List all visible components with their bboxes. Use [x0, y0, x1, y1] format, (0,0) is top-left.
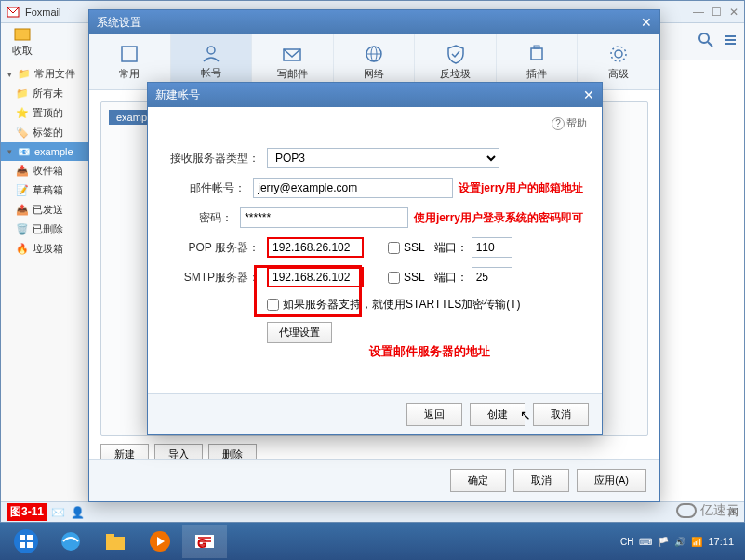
label-password: 密码： — [166, 210, 240, 226]
sidebar-common-files[interactable]: ▾📁常用文件 — [1, 64, 88, 84]
pop-server-input[interactable] — [267, 237, 364, 258]
sidebar-junk[interactable]: 🔥垃圾箱 — [1, 239, 88, 259]
taskbar-explorer[interactable] — [93, 525, 138, 558]
close-button[interactable]: ✕ — [729, 6, 738, 19]
smtp-port-input[interactable] — [472, 267, 512, 287]
newacct-title: 新建帐号 — [155, 87, 200, 103]
taskbar-ie[interactable] — [48, 525, 93, 558]
statusbar: 图3-11 ✉️ 👤 闲 — [1, 501, 744, 522]
sidebar-all[interactable]: 📁所有未 — [1, 84, 88, 103]
label-pop: POP 服务器： — [166, 240, 267, 256]
foxmail-title: Foxmail — [25, 7, 61, 18]
sidebar-sent[interactable]: 📤已发送 — [1, 200, 88, 220]
starttls-checkbox[interactable]: 如果服务器支持，就使用STARTTLS加密传输(T) — [267, 297, 521, 313]
label-server-type: 接收服务器类型： — [166, 151, 267, 167]
folder-icon: 📁 — [18, 68, 31, 81]
network-icon — [363, 43, 385, 65]
svg-point-16 — [611, 47, 626, 61]
compose-icon — [281, 43, 303, 65]
smtp-server-input[interactable] — [267, 267, 364, 287]
sidebar-account[interactable]: ▾📧example — [1, 142, 88, 161]
tray-volume-icon[interactable]: 🔊 — [674, 537, 685, 547]
status-mail-icon[interactable]: ✉️ — [51, 506, 65, 519]
settings-ok-button[interactable]: 确定 — [450, 469, 506, 492]
taskbar-foxmail[interactable]: G — [182, 525, 227, 558]
svg-rect-13 — [531, 48, 542, 60]
trash-icon: 🗑️ — [16, 223, 29, 236]
newacct-close-button[interactable]: ✕ — [583, 87, 594, 102]
junk-icon: 🔥 — [16, 243, 29, 256]
sidebar-inbox[interactable]: 📥收件箱 — [1, 161, 88, 180]
svg-text:G: G — [197, 536, 207, 551]
annotation-password: 使用jerry用户登录系统的密码即可 — [414, 210, 583, 226]
password-input[interactable] — [240, 207, 408, 228]
tray-network-icon[interactable]: 📶 — [691, 537, 702, 547]
svg-point-8 — [207, 47, 215, 54]
label-smtp: SMTP服务器： — [166, 270, 267, 286]
plugin-icon — [525, 43, 548, 65]
account-icon: 📧 — [18, 145, 31, 158]
sidebar-pinned[interactable]: ⭐置顶的 — [1, 103, 88, 123]
gear-icon — [607, 43, 630, 65]
annotation-email: 设置jerry用户的邮箱地址 — [459, 180, 583, 196]
proxy-settings-button[interactable]: 代理设置 — [267, 322, 332, 343]
ime-indicator[interactable]: CH — [620, 537, 633, 547]
svg-rect-18 — [20, 535, 25, 540]
svg-point-2 — [699, 33, 709, 43]
back-button[interactable]: 返回 — [406, 403, 462, 426]
inbox-icon: 📥 — [16, 165, 29, 178]
svg-point-17 — [14, 529, 38, 553]
svg-rect-23 — [106, 537, 125, 550]
foxmail-logo-icon — [7, 6, 20, 19]
smtp-ssl-checkbox[interactable]: SSL — [388, 271, 425, 284]
taskbar: G CH ⌨ 🏳️ 🔊 📶 17:11 — [0, 523, 745, 560]
email-input[interactable] — [253, 178, 453, 198]
svg-line-3 — [708, 42, 712, 47]
watermark: 亿速云 — [676, 502, 739, 519]
label-pop-port: 端口： — [434, 240, 468, 256]
label-smtp-port: 端口： — [434, 270, 468, 286]
cancel-button[interactable]: 取消 — [533, 403, 589, 426]
tray-keyboard-icon[interactable]: ⌨ — [639, 537, 652, 547]
tray-flag-icon[interactable]: 🏳️ — [658, 537, 669, 547]
draft-icon: 📝 — [16, 184, 29, 197]
receive-button[interactable]: 收取 — [7, 23, 38, 60]
server-type-select[interactable]: POP3 — [267, 148, 499, 168]
maximize-button[interactable]: ☐ — [712, 6, 722, 19]
sidebar-drafts[interactable]: 📝草稿箱 — [1, 180, 88, 200]
minimize-button[interactable]: — — [693, 6, 704, 19]
common-icon — [118, 43, 140, 65]
new-account-dialog: 新建帐号 ✕ ?帮助 接收服务器类型： POP3 邮件帐号： 设置jerry用户… — [147, 82, 603, 435]
menu-icon[interactable] — [722, 32, 738, 51]
sidebar-tags[interactable]: 🏷️标签的 — [1, 123, 88, 142]
svg-point-15 — [615, 50, 622, 58]
create-button[interactable]: 创建 — [470, 403, 525, 426]
search-icon[interactable] — [698, 32, 714, 51]
svg-rect-21 — [27, 542, 33, 548]
status-contact-icon[interactable]: 👤 — [71, 506, 85, 519]
start-button[interactable] — [4, 525, 48, 558]
tag-icon: 🏷️ — [16, 127, 29, 140]
figure-label: 图3-11 — [7, 503, 47, 521]
label-email: 邮件帐号： — [166, 180, 253, 196]
settings-titlebar: 系统设置 ✕ — [89, 10, 659, 34]
question-icon: ? — [552, 117, 565, 130]
shield-icon — [445, 43, 467, 65]
tray-clock[interactable]: 17:11 — [708, 536, 734, 547]
taskbar-media[interactable] — [138, 525, 182, 558]
svg-rect-20 — [20, 542, 25, 548]
pop-port-input[interactable] — [472, 237, 512, 258]
newacct-titlebar: 新建帐号 ✕ — [148, 83, 602, 107]
account-icon — [200, 42, 222, 64]
settings-close-button[interactable]: ✕ — [641, 15, 652, 30]
cloud-icon — [676, 503, 697, 518]
svg-rect-19 — [27, 535, 33, 540]
svg-rect-1 — [15, 29, 30, 40]
settings-cancel-button[interactable]: 取消 — [513, 469, 569, 492]
settings-apply-button[interactable]: 应用(A) — [577, 469, 646, 492]
pop-ssl-checkbox[interactable]: SSL — [388, 241, 425, 254]
help-link[interactable]: ?帮助 — [552, 116, 587, 130]
sidebar-trash[interactable]: 🗑️已删除 — [1, 220, 88, 239]
settings-title: 系统设置 — [97, 15, 141, 31]
svg-rect-7 — [122, 47, 137, 61]
